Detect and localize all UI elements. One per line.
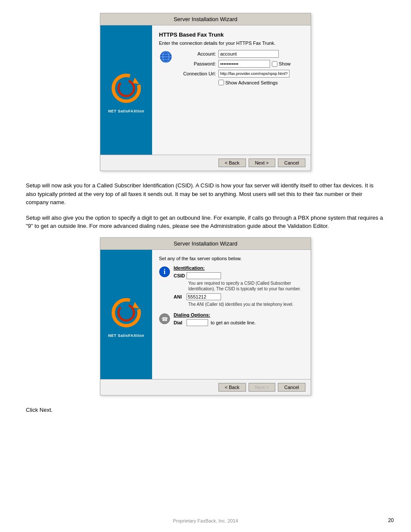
dial-label: Dial [174, 320, 187, 325]
connection-url-input[interactable] [218, 70, 290, 78]
body-paragraph-2: Setup will also give you the option to s… [26, 214, 385, 230]
wizard-sidebar-1: NET SatisFAXtion [100, 25, 152, 155]
cancel-button-2[interactable]: Cancel [278, 383, 305, 392]
click-next-text: Click Next. [26, 406, 385, 414]
wizard-dialog-1: Server Installation Wizard NET SatisFAXt… [100, 13, 311, 171]
advanced-settings-checkbox[interactable] [218, 80, 224, 85]
wizard-description-1: Enter the connection details for your HT… [159, 40, 304, 46]
csid-input[interactable] [187, 272, 221, 279]
svg-marker-9 [133, 302, 139, 308]
sidebar-brand-label: NET SatisFAXtion [108, 109, 144, 113]
account-input[interactable] [218, 50, 279, 58]
password-label: Password: [177, 61, 216, 66]
svg-marker-1 [133, 78, 139, 84]
svg-point-10 [118, 305, 134, 320]
dial-suffix: to get an outside line. [211, 320, 256, 325]
ani-input[interactable] [187, 293, 221, 300]
ani-label: ANI [174, 294, 187, 299]
wizard-title-1: Server Installation Wizard [100, 13, 311, 25]
sidebar-brand-label-2: NET SatisFAXtion [108, 333, 144, 338]
svg-text:☎: ☎ [162, 316, 168, 322]
globe-icon [159, 50, 173, 64]
back-button-1[interactable]: < Back [218, 159, 246, 167]
dial-input[interactable] [187, 319, 208, 326]
wizard-heading-1: HTTPS Based Fax Trunk [159, 31, 304, 38]
advanced-settings-label: Show Advanced Settings [225, 80, 278, 85]
wizard-sidebar-2: NET SatisFAXtion [100, 250, 152, 379]
page-number: 20 [388, 517, 394, 523]
wizard-content-1: HTTPS Based Fax Trunk Enter the connecti… [152, 25, 311, 155]
identification-label: Identification: [174, 265, 304, 271]
connection-url-label: Connection Url: [177, 71, 216, 76]
show-password-label: Show [279, 61, 291, 66]
wizard-dialog-2: Server Installation Wizard NET SatisFAXt… [100, 237, 311, 395]
next-button-1[interactable]: Next > [249, 159, 275, 167]
wizard-title-2: Server Installation Wizard [100, 238, 311, 250]
dialing-options-label: Dialing Options: [174, 312, 304, 317]
wizard-footer-2: < Back Next > Cancel [100, 379, 311, 395]
page-footer: Proprietary FaxBack, Inc. 2014 [0, 518, 411, 523]
body-paragraph-1: Setup will now ask you for a Called Subs… [26, 181, 385, 207]
back-button-2[interactable]: < Back [218, 383, 246, 392]
next-button-2[interactable]: Next > [249, 383, 275, 392]
csid-label: CSID [174, 273, 187, 278]
wizard-footer-1: < Back Next > Cancel [100, 155, 311, 171]
svg-point-2 [118, 81, 134, 96]
info-icon: i [159, 266, 170, 277]
wizard-description-2: Set any of the fax server options below. [159, 256, 304, 261]
account-label: Account: [177, 51, 216, 56]
svg-text:i: i [164, 268, 166, 275]
password-input[interactable] [218, 60, 270, 68]
dialing-icon: ☎ [159, 313, 170, 324]
cancel-button-1[interactable]: Cancel [278, 159, 305, 167]
csid-hint: You are required to specify a CSID (Call… [188, 280, 304, 292]
wizard-logo-graphic-2 [109, 291, 143, 330]
ani-hint: The ANI (Caller Id) identifies you at th… [188, 302, 304, 307]
wizard-logo-graphic [109, 67, 143, 106]
wizard-content-2: Set any of the fax server options below.… [152, 250, 311, 379]
show-password-checkbox[interactable] [272, 61, 277, 67]
